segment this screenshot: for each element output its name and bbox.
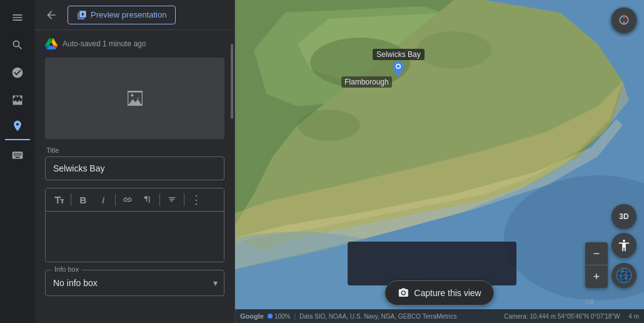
bold-button[interactable]: B — [74, 191, 93, 208]
title-input[interactable] — [45, 156, 224, 180]
top-bar: Preview presentation — [35, 0, 234, 30]
layers-icon[interactable] — [5, 60, 30, 85]
editor-toolbar: B I ⋮ — [46, 188, 224, 212]
toolbar-divider-4 — [184, 193, 184, 206]
orientation-button[interactable] — [611, 8, 636, 33]
sidebar-nav — [0, 0, 35, 323]
camera-info: Camera: 10,444 m 54°05'46"N 0°07'18"W — [504, 313, 620, 320]
autosave-row: Auto-saved 1 minute ago — [45, 38, 224, 50]
flamborough-label: Flamborough — [341, 76, 392, 88]
italic-button[interactable]: I — [94, 191, 113, 208]
map-bottom-bar: Google 100% | Data SIO, NOAA, U.S. Navy,… — [235, 309, 644, 323]
menu-icon[interactable] — [5, 5, 30, 30]
map-pin-icon — [391, 61, 406, 81]
location-icon[interactable] — [5, 115, 30, 140]
scroll-bar — [231, 38, 233, 323]
autosave-text: Auto-saved 1 minute ago — [63, 39, 146, 48]
paragraph-button[interactable] — [138, 191, 157, 208]
scroll-thumb — [231, 44, 233, 119]
pegman-button[interactable] — [611, 233, 636, 258]
zoom-in-button[interactable]: + — [585, 265, 608, 288]
globe-button[interactable] — [611, 263, 636, 288]
text-size-button[interactable] — [49, 191, 68, 208]
selwicks-bay-label: Selwicks Bay — [373, 49, 425, 60]
svg-point-22 — [402, 292, 405, 295]
map-area: GB Selwicks Bay Flamborough 3D — [235, 0, 644, 323]
zoom-percentage: 100% — [268, 313, 291, 320]
google-logo: Google — [240, 312, 264, 320]
toolbar-divider-3 — [159, 193, 160, 206]
left-panel: Preview presentation Auto-saved 1 minute… — [35, 0, 235, 323]
gb-label: GB — [585, 299, 594, 305]
info-box-field: Info box No info box ▾ — [45, 270, 224, 296]
toolbar-divider-2 — [115, 193, 116, 206]
toolbar-divider-1 — [71, 193, 71, 206]
scale-bar: 4 m — [628, 313, 639, 320]
panel-content: Auto-saved 1 minute ago Title B I — [35, 30, 234, 323]
text-editor: B I ⋮ — [45, 188, 224, 262]
google-drive-icon — [45, 38, 58, 50]
title-label: Title — [45, 146, 224, 154]
3d-button[interactable]: 3D — [611, 204, 636, 229]
link-button[interactable] — [118, 191, 137, 208]
svg-point-8 — [298, 110, 360, 141]
back-button[interactable] — [40, 4, 63, 26]
3d-label: 3D — [619, 212, 628, 221]
map-attribution: Data SIO, NOAA, U.S. Navy, NGA, GEBCO Te… — [299, 313, 456, 320]
zoom-out-button[interactable]: − — [585, 242, 608, 265]
separator-1: | — [294, 313, 296, 320]
zoom-level: 100% — [274, 313, 291, 320]
preview-presentation-button[interactable]: Preview presentation — [68, 6, 176, 24]
title-field-group: Title — [45, 146, 224, 180]
svg-point-0 — [131, 94, 133, 96]
info-box-select[interactable]: No info box — [46, 270, 224, 295]
gallery-icon[interactable] — [5, 88, 30, 113]
svg-point-14 — [397, 65, 400, 68]
search-icon[interactable] — [5, 33, 30, 58]
image-upload-placeholder[interactable] — [45, 58, 224, 139]
zoom-dot — [268, 314, 273, 319]
capture-view-button[interactable]: Capture this view — [385, 280, 494, 305]
editor-body[interactable] — [46, 212, 224, 262]
more-options-button[interactable]: ⋮ — [187, 191, 206, 208]
svg-point-7 — [416, 31, 491, 69]
capture-button-label: Capture this view — [414, 288, 481, 298]
dark-map-overlay — [348, 242, 516, 285]
clear-format-button[interactable] — [163, 191, 181, 208]
zoom-controls: − + — [585, 242, 608, 288]
info-box-label: Info box — [52, 265, 81, 273]
preview-label: Preview presentation — [91, 10, 166, 19]
keyboard-icon[interactable] — [5, 143, 30, 168]
